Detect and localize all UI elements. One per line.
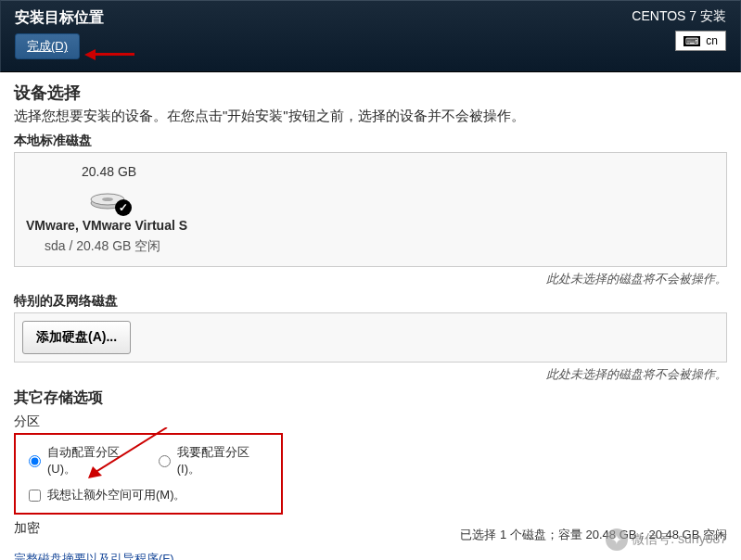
partition-label: 分区: [14, 414, 727, 430]
disk-name: VMware, VMware Virtual S: [26, 218, 187, 233]
watermark: ✦ 微信号: suny087: [606, 528, 727, 551]
disk-summary-link[interactable]: 完整磁盘摘要以及引导程序(F)...: [14, 551, 184, 560]
auto-partition-option[interactable]: 自动配置分区(U)。: [29, 444, 144, 477]
language-indicator[interactable]: ⌨ cn: [675, 31, 726, 51]
device-selection-title: 设备选择: [14, 82, 727, 104]
local-disks-label: 本地标准磁盘: [14, 133, 727, 149]
svg-point-2: [102, 197, 113, 201]
wechat-icon: ✦: [606, 528, 628, 551]
extra-space-checkbox[interactable]: [29, 490, 41, 502]
network-disks-note: 此处未选择的磁盘将不会被操作。: [14, 366, 727, 383]
extra-space-option[interactable]: 我想让额外空间可用(M)。: [29, 487, 268, 503]
manual-partition-radio[interactable]: [159, 455, 171, 467]
disk-item-sda[interactable]: 20.48 GB VMware, VMware Virtual S sda / …: [26, 164, 211, 255]
disk-details: sda / 20.48 GB 空闲: [45, 238, 160, 255]
local-disks-panel: 20.48 GB VMware, VMware Virtual S sda / …: [14, 152, 727, 267]
storage-options-title: 其它存储选项: [14, 388, 727, 408]
annotation-arrow-done: [79, 44, 134, 62]
disk-size: 20.48 GB: [82, 164, 136, 179]
page-title: 安装目标位置: [15, 8, 104, 28]
installer-name: CENTOS 7 安装: [632, 8, 726, 25]
network-disks-panel: 添加硬盘(A)...: [14, 312, 727, 363]
device-selection-desc: 选择您想要安装的设备。在您点击"开始安装"按钮之前，选择的设备并不会被操作。: [14, 108, 727, 125]
disk-selected-check-icon: [115, 199, 132, 216]
done-button[interactable]: 完成(D): [15, 33, 80, 59]
partition-options-highlight: 自动配置分区(U)。 我要配置分区(I)。 我想让额外空间可用(M)。: [14, 433, 283, 515]
add-disk-button[interactable]: 添加硬盘(A)...: [22, 321, 131, 354]
harddrive-icon: [89, 185, 126, 210]
network-disks-label: 特别的及网络磁盘: [14, 293, 727, 310]
keyboard-icon: ⌨: [684, 36, 700, 46]
manual-partition-option[interactable]: 我要配置分区(I)。: [159, 444, 268, 477]
auto-partition-radio[interactable]: [29, 455, 41, 467]
local-disks-note: 此处未选择的磁盘将不会被操作。: [14, 271, 727, 287]
